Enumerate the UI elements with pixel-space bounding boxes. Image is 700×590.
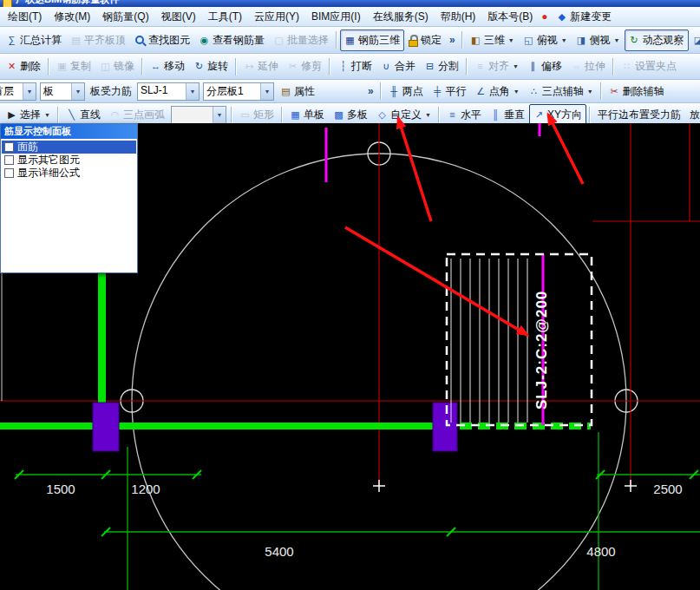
floor-combo[interactable]: 首层 ▼ — [0, 82, 36, 101]
menu-view[interactable]: 视图(V) — [155, 8, 202, 26]
offset-button[interactable]: ∥ 偏移 — [523, 56, 566, 77]
join-button[interactable]: ∪ 合并 — [376, 56, 420, 77]
toolbar-overflow-chevron[interactable]: » — [364, 85, 377, 97]
checkbox-icon[interactable] — [4, 168, 14, 178]
menu-new-change[interactable]: ◆ 新建变更 — [550, 8, 618, 26]
view-3d-dropdown[interactable]: ◧ 三维 ▼ — [466, 30, 519, 51]
copy-button[interactable]: ▣ 复制 — [52, 56, 95, 77]
menu-tools[interactable]: 工具(T) — [202, 8, 248, 26]
split-label: 分割 — [438, 59, 459, 74]
rebar-magenta-lines[interactable] — [326, 123, 543, 425]
top-view-icon: ◱ — [523, 35, 534, 46]
batch-select-button[interactable]: ▢ 批量选择 — [269, 30, 333, 51]
panel-item-show-other[interactable]: 显示其它图元 — [2, 154, 136, 167]
view-top-label: 俯视 — [537, 33, 558, 48]
drawing-canvas[interactable]: SLJ-2:C:2@200 1500 1200 2500 5400 4800 筋… — [0, 123, 700, 590]
new-change-icon: ◆ — [556, 11, 567, 23]
rebar-3d-button[interactable]: ▦ 钢筋三维 — [340, 30, 404, 51]
arc-mode-combo[interactable]: ▼ — [171, 106, 226, 124]
mirror-button[interactable]: ◫ 镜像 — [95, 56, 139, 77]
stretch-button[interactable]: ⇔ 拉伸 — [566, 56, 610, 77]
menu-bim[interactable]: BIM应用(I) — [305, 8, 367, 26]
panel-titlebar[interactable]: 筋显示控制面板 — [1, 124, 137, 139]
custom-range-label: 自定义 — [390, 108, 422, 122]
orbit-label: 动态观察 — [643, 33, 684, 48]
align-button[interactable]: ≡ 对齐 ▼ — [470, 56, 523, 77]
three-point-aux-dropdown[interactable]: ∴ 三点辅轴 ▼ — [524, 81, 598, 102]
promo-icon[interactable]: ● — [539, 11, 550, 23]
align-slab-top-button[interactable]: ▤ 平齐板顶 — [66, 30, 130, 51]
parallel-axis-button[interactable]: ╪ 平行 — [428, 81, 471, 102]
split-button[interactable]: ⊟ 分割 — [420, 56, 463, 77]
view-rebar-qty-button[interactable]: ◉ 查看钢筋量 — [194, 30, 269, 51]
separator — [380, 82, 382, 100]
two-point-axis-button[interactable]: ╫ 两点 — [384, 81, 428, 102]
menu-draw[interactable]: 绘图(T) — [2, 8, 48, 26]
separator — [589, 107, 591, 124]
column-middle[interactable] — [433, 403, 457, 451]
separator — [235, 58, 237, 75]
stretch-icon: ⇔ — [571, 61, 582, 72]
selection-box[interactable] — [447, 254, 592, 425]
menu-cloud[interactable]: 云应用(Y) — [248, 8, 305, 26]
separator — [612, 58, 614, 75]
orbit-button[interactable]: ↻ 动态观察 — [625, 30, 689, 51]
xy-direction-label: XY方向 — [547, 108, 582, 122]
view-top-dropdown[interactable]: ◱ 俯视 ▼ — [519, 30, 572, 51]
trim-button[interactable]: ✂ 修剪 — [283, 56, 326, 77]
toolbar-overflow-chevron[interactable]: » — [446, 34, 459, 46]
side-view-icon: ◨ — [576, 35, 587, 46]
toolbar-main: ∑ 汇总计算 ▤ 平齐板顶 查找图元 ◉ 查看钢筋量 ▢ 批量选择 ▦ 钢筋三维… — [0, 27, 700, 54]
toolbar-element: 首层 ▼ 板 ▼ 板受力筋 SLJ-1 ▼ 分层板1 ▼ ▤ 属性 » ╫ 两点… — [0, 80, 700, 103]
menu-version[interactable]: 版本号(B) — [481, 8, 539, 26]
rotate-button[interactable]: ↻ 旋转 — [189, 56, 232, 77]
separator — [231, 107, 232, 124]
move-button[interactable]: ↔ 移动 — [146, 56, 189, 77]
layer-combo[interactable]: 分层板1 ▼ — [203, 82, 274, 101]
panel-item-top-rebar[interactable]: 面筋 — [2, 141, 136, 154]
slab-edge-line[interactable] — [0, 423, 448, 429]
panel-body: 面筋 显示其它图元 显示详细公式 — [1, 139, 137, 272]
menu-online[interactable]: 在线服务(S) — [367, 8, 435, 26]
delete-aux-axis-button[interactable]: ✂ 删除辅轴 — [605, 81, 669, 102]
lock-button[interactable]: 锁定 — [404, 30, 446, 51]
menu-rebar-qty[interactable]: 钢筋量(Q) — [96, 8, 154, 26]
app-icon — [3, 0, 12, 7]
separator — [438, 107, 440, 124]
floor-value: 首层 — [0, 83, 23, 100]
break-button[interactable]: ┆ 打断 — [333, 56, 376, 77]
set-grips-button[interactable]: ∷ 设置夹点 — [617, 56, 681, 77]
checkbox-icon[interactable] — [4, 142, 14, 152]
split-icon: ⊟ — [424, 61, 435, 72]
panel-title: 筋显示控制面板 — [4, 125, 71, 138]
two-point-icon: ╫ — [389, 86, 400, 97]
grips-icon: ∷ — [621, 61, 632, 72]
point-angle-dropdown[interactable]: ∠ 点角 ▼ — [471, 81, 524, 102]
view-side-dropdown[interactable]: ◨ 侧视 ▼ — [572, 30, 625, 51]
multi-slab-icon: ▩ — [333, 109, 344, 121]
panel-item-show-formula[interactable]: 显示详细公式 — [2, 167, 136, 180]
window-titlebar: 广联达BIM钢筋算量软件 — [0, 0, 700, 7]
move-label: 移动 — [164, 59, 185, 74]
column-left[interactable] — [93, 403, 119, 451]
find-element-button[interactable]: 查找图元 — [130, 30, 194, 51]
rebar-display-panel[interactable]: 筋显示控制面板 面筋 显示其它图元 显示详细公式 — [0, 123, 138, 273]
properties-button[interactable]: ▤ 属性 — [276, 81, 319, 102]
rectangle-icon: ▭ — [239, 109, 251, 121]
summarize-button[interactable]: ∑ 汇总计算 — [2, 30, 66, 51]
checkbox-icon[interactable] — [4, 155, 14, 165]
find-label: 查找图元 — [148, 33, 190, 48]
element-name-combo[interactable]: SLJ-1 ▼ — [137, 82, 200, 101]
delete-aux-label: 删除辅轴 — [623, 84, 664, 99]
partial-3d-button[interactable]: ◪ 局部三维 — [689, 30, 700, 51]
menu-modify[interactable]: 修改(M) — [48, 8, 96, 26]
delete-button[interactable]: ✕ 删除 — [2, 56, 45, 77]
extend-button[interactable]: ↦ 延伸 — [239, 56, 283, 77]
wall-edge-line[interactable] — [98, 260, 106, 404]
point-angle-icon: ∠ — [475, 86, 487, 97]
menu-help[interactable]: 帮助(H) — [435, 8, 482, 26]
mirror-icon: ◫ — [100, 61, 111, 72]
rebar-3d-icon: ▦ — [344, 35, 356, 46]
three-point-aux-label: 三点辅轴 — [542, 84, 584, 99]
category-combo[interactable]: 板 ▼ — [40, 82, 85, 101]
